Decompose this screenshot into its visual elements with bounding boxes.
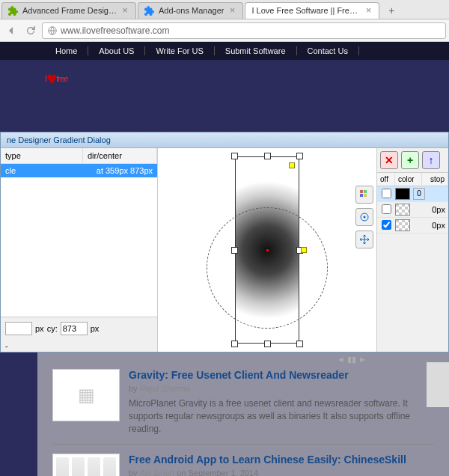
resize-handle-tr[interactable] [296, 153, 303, 159]
site-logo[interactable]: I ♥ free [45, 68, 67, 89]
article-title-link[interactable]: Free Android App to Learn Chinese Easily… [129, 454, 434, 466]
cx-input[interactable] [5, 322, 32, 335]
stop-row[interactable]: 0px [377, 202, 448, 218]
tab-frame-designer[interactable]: Advanced Frame Designer ... × [1, 2, 136, 19]
cell-dir: at 359px 873px [83, 164, 157, 177]
url-bar[interactable]: www.ilovefreesoftware.com [42, 22, 446, 39]
svg-rect-2 [364, 190, 367, 193]
move-up-button[interactable]: ↑ [422, 151, 440, 169]
gradient-list-panel: type dir/center cle at 359px 873px px cy… [1, 148, 158, 352]
stops-panel: ✕ + ↑ off color stop 0 0px [376, 148, 448, 352]
close-icon[interactable]: × [227, 6, 236, 15]
browser-nav-bar: www.ilovefreesoftware.com [0, 19, 449, 42]
px-label: px [35, 324, 44, 333]
col-off: off [377, 173, 395, 186]
reload-button[interactable] [22, 22, 39, 39]
resize-handle-ml[interactable] [231, 247, 238, 254]
dialog-body: type dir/center cle at 359px 873px px cy… [1, 148, 448, 352]
url-text: www.ilovefreesoftware.com [61, 25, 441, 36]
tab-title: Advanced Frame Designer ... [22, 6, 117, 15]
nav-write[interactable]: Write For US [145, 46, 214, 55]
canvas-tools [355, 186, 373, 248]
gradient-stop-handle[interactable] [289, 162, 295, 168]
col-color: color [395, 173, 422, 186]
color-swatch[interactable] [395, 219, 410, 231]
add-stop-button[interactable]: + [401, 151, 419, 169]
nav-contact[interactable]: Contact Us [297, 46, 359, 55]
nav-submit[interactable]: Submit Software [215, 46, 297, 55]
resize-handle-br[interactable] [296, 341, 303, 347]
stop-index: 0 [413, 188, 425, 200]
dialog-title: ne Designer Gradient Dialog [1, 132, 448, 148]
stops-toolbar: ✕ + ↑ [377, 148, 448, 173]
col-dir: dir/center [83, 148, 157, 163]
article-meta: by Rajat Sharma [129, 384, 434, 393]
tab-title: I Love Free Software || Free Soft... [251, 6, 360, 15]
move-tool-button[interactable] [355, 231, 373, 248]
article-list: ▦ Gravity: Free Usenet Client And Newsre… [37, 353, 449, 476]
browser-tab-strip: Advanced Frame Designer ... × Add-ons Ma… [0, 0, 449, 19]
resize-handle-tm[interactable] [264, 153, 271, 159]
px-label: px [91, 324, 100, 333]
article-thumbnail[interactable] [52, 454, 120, 476]
color-swatch[interactable] [395, 204, 410, 216]
resize-handle-bm[interactable] [264, 341, 271, 347]
gradient-row-selected[interactable]: cle at 359px 873px [1, 164, 157, 177]
page-viewport: Home About US Write For US Submit Softwa… [0, 42, 449, 476]
coord-controls: px cy: px [1, 317, 157, 340]
gradient-canvas[interactable] [158, 148, 376, 352]
gradient-center-point[interactable] [266, 249, 269, 251]
cy-input[interactable] [61, 322, 88, 335]
gradient-list[interactable] [1, 177, 157, 317]
back-button[interactable] [3, 22, 19, 39]
tab-addons[interactable]: Add-ons Manager × [138, 2, 243, 19]
stop-off-checkbox[interactable] [382, 204, 391, 214]
stops-header: off color stop [377, 173, 448, 186]
new-tab-button[interactable]: + [384, 4, 399, 16]
close-icon[interactable]: × [120, 6, 129, 15]
article-meta: by Ajit Singh on September 1, 2014 [129, 469, 434, 476]
resize-handle-bl[interactable] [231, 341, 238, 347]
logo-post: free [56, 74, 67, 83]
tab-title: Add-ons Manager [159, 6, 224, 15]
close-icon[interactable]: × [364, 6, 373, 15]
stop-value: 0px [413, 221, 448, 230]
svg-rect-3 [360, 194, 363, 197]
gradient-table-header: type dir/center [1, 148, 157, 164]
stop-off-checkbox[interactable] [382, 189, 391, 198]
article-thumbnail[interactable]: ▦ [52, 369, 120, 421]
article-desc: MicroPlanet Gravity is a free usenet cli… [129, 397, 434, 435]
svg-point-6 [364, 216, 366, 219]
globe-icon [47, 25, 58, 36]
stop-off-checkbox[interactable] [382, 220, 391, 230]
puzzle-icon [8, 5, 19, 16]
color-swatch[interactable] [395, 188, 410, 200]
col-stop: stop [422, 173, 448, 186]
heart-icon: ♥ [46, 68, 56, 89]
coord-dash: - [1, 340, 157, 352]
nav-about[interactable]: About US [88, 46, 145, 55]
stop-value: 0px [413, 205, 448, 214]
delete-stop-button[interactable]: ✕ [380, 151, 398, 169]
svg-rect-1 [360, 190, 363, 193]
nav-home[interactable]: Home [45, 46, 88, 55]
svg-rect-4 [364, 194, 367, 197]
article-title-link[interactable]: Gravity: Free Usenet Client And Newsread… [129, 369, 434, 381]
puzzle-icon [144, 5, 155, 16]
resize-handle-tl[interactable] [231, 153, 238, 159]
grid-tool-button[interactable] [355, 186, 373, 204]
tab-ilovefreesoftware[interactable]: I Love Free Software || Free Soft... × [245, 2, 379, 19]
col-type: type [1, 148, 83, 163]
logo-area: I ♥ free [0, 60, 449, 97]
author-link[interactable]: Rajat Sharma [140, 384, 190, 393]
gradient-preview-shape[interactable] [235, 156, 299, 344]
cy-label: cy: [47, 324, 58, 333]
site-nav: Home About US Write For US Submit Softwa… [0, 42, 449, 60]
center-tool-button[interactable] [355, 208, 373, 226]
author-link[interactable]: Ajit Singh [140, 469, 174, 476]
gradient-stop-handle[interactable] [301, 247, 307, 253]
stop-row[interactable]: 0 [377, 186, 448, 202]
article-item: ▦ Gravity: Free Usenet Client And Newsre… [52, 360, 434, 445]
stop-row[interactable]: 0px [377, 218, 448, 234]
article-item: Free Android App to Learn Chinese Easily… [52, 445, 434, 476]
